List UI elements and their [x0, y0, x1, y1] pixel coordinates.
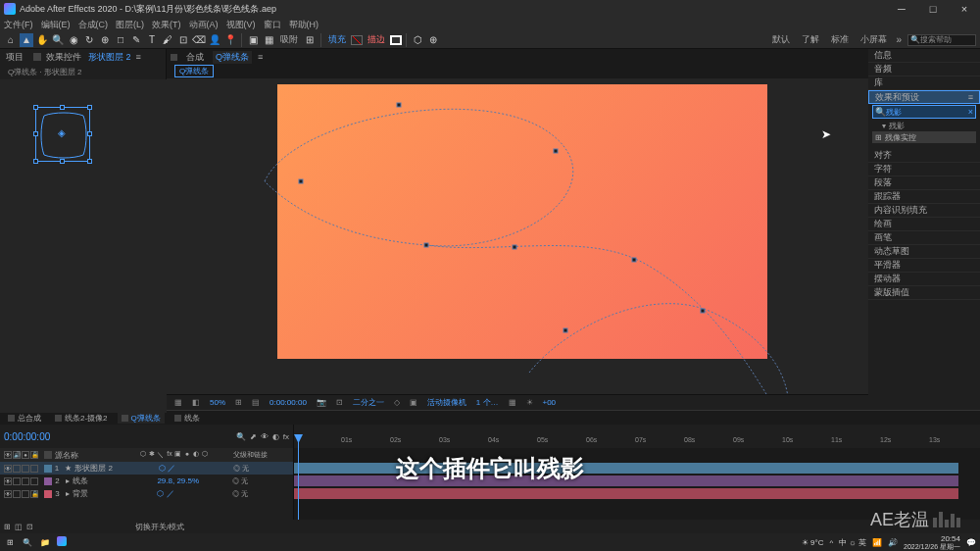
- minimize-button[interactable]: ─: [890, 3, 913, 15]
- tl-shy-icon[interactable]: 👁: [261, 432, 269, 441]
- close-button[interactable]: ×: [953, 3, 976, 15]
- tab-menu-icon[interactable]: ≡: [136, 52, 141, 62]
- tl-footer-icon2[interactable]: ◫: [15, 523, 23, 531]
- panel-paragraph[interactable]: 段落: [868, 176, 980, 190]
- panel-brush[interactable]: 画笔: [868, 231, 980, 245]
- orbit-tool[interactable]: ◉: [67, 33, 80, 47]
- windows-taskbar[interactable]: ⊞ 🔍 📁 ☀ 9°C ^ 中 ☼ 英 📶 🔊 20:54 2022/12/26…: [0, 533, 980, 551]
- ws-default[interactable]: 默认: [769, 33, 793, 46]
- menu-edit[interactable]: 编辑(E): [41, 19, 71, 31]
- comp-subtab[interactable]: Q弹线条: [174, 65, 214, 77]
- selection-tool[interactable]: ▲: [20, 33, 33, 47]
- notifications-icon[interactable]: 💬: [966, 538, 976, 547]
- comp-tab-name[interactable]: Q弹线条: [213, 51, 252, 64]
- tl-tab-3[interactable]: 线条: [171, 413, 204, 424]
- panel-align[interactable]: 对齐: [868, 149, 980, 163]
- col-source-name[interactable]: 源名称: [55, 450, 139, 461]
- tl-fx-icon[interactable]: fx: [283, 432, 289, 441]
- mode-1[interactable]: ▣: [246, 33, 260, 47]
- tl-graph-icon[interactable]: ⬈: [250, 432, 257, 441]
- panel-library[interactable]: 库: [868, 76, 980, 90]
- viewport[interactable]: ➤: [167, 78, 868, 394]
- ws-learn[interactable]: 了解: [799, 33, 822, 46]
- panel-wiggler[interactable]: 摆动器: [868, 273, 980, 286]
- bezier-mode[interactable]: ⬡: [411, 33, 424, 47]
- zoom-level[interactable]: 50%: [208, 398, 227, 407]
- anchor-point-icon[interactable]: [58, 129, 68, 139]
- vc-guides-icon[interactable]: ▤: [250, 398, 262, 407]
- type-tool[interactable]: T: [145, 33, 159, 47]
- effects-search[interactable]: 🔍 ×: [872, 105, 976, 119]
- eraser-tool[interactable]: ⌫: [192, 33, 206, 47]
- clear-search-icon[interactable]: ×: [968, 107, 973, 117]
- effect-group[interactable]: ▾残影: [868, 120, 980, 131]
- time-ruler[interactable]: 01s 02s 03s 04s 05s 06s 07s 08s 09s 10s …: [294, 425, 980, 448]
- layer-row-1[interactable]: 👁 1 ★ 形状图层 2 ⬡ ／ ◎ 无: [0, 462, 293, 475]
- tray-chevron-icon[interactable]: ^: [829, 538, 833, 547]
- help-search[interactable]: 🔍 搜索帮助: [907, 34, 976, 46]
- panel-info[interactable]: 信息: [868, 49, 980, 63]
- rotate-tool[interactable]: ↻: [82, 33, 96, 47]
- tl-footer-icon3[interactable]: ⊡: [26, 523, 33, 531]
- vc-mask-icon[interactable]: ▣: [408, 398, 419, 407]
- vc-draft-icon[interactable]: ▦: [507, 398, 518, 407]
- panel-menu-icon[interactable]: ≡: [968, 92, 973, 102]
- stroke-swatch[interactable]: [390, 35, 402, 45]
- stamp-tool[interactable]: ⊡: [176, 33, 190, 47]
- tl-tab-0[interactable]: 总合成: [4, 413, 45, 424]
- shape-bounding-box[interactable]: [35, 107, 90, 162]
- taskbar-app-icon[interactable]: [57, 536, 67, 546]
- panel-character[interactable]: 字符: [868, 163, 980, 176]
- ws-more[interactable]: »: [896, 34, 902, 45]
- panel-content-aware[interactable]: 内容识别填充: [868, 204, 980, 218]
- vc-grid-icon[interactable]: ⊞: [233, 398, 244, 407]
- vc-channel-icon[interactable]: ◧: [190, 398, 202, 407]
- menu-effect[interactable]: 效果(T): [152, 19, 181, 31]
- comp-tab-prefix[interactable]: 合成: [183, 51, 207, 64]
- menu-help[interactable]: 帮助(H): [289, 19, 319, 31]
- menu-file[interactable]: 文件(F): [4, 19, 33, 31]
- taskbar-explorer-icon[interactable]: 📁: [39, 536, 51, 548]
- fill-swatch[interactable]: [351, 35, 363, 45]
- vc-resolution[interactable]: 二分之一: [351, 397, 386, 408]
- tl-search-icon[interactable]: 🔍: [236, 432, 246, 441]
- maximize-button[interactable]: □: [921, 3, 945, 15]
- weather-widget[interactable]: ☀ 9°C: [802, 538, 824, 547]
- vc-px[interactable]: +00: [541, 398, 559, 407]
- menu-animation[interactable]: 动画(A): [189, 19, 219, 31]
- effect-item[interactable]: ⊞ 残像实控: [872, 131, 976, 143]
- tab-project[interactable]: 项目: [4, 51, 25, 64]
- tab-effect-controls-prefix[interactable]: 效果控件: [44, 51, 83, 64]
- tl-tab-2[interactable]: Q弹线条: [118, 413, 165, 424]
- col-eye-icon[interactable]: 👁: [4, 451, 12, 459]
- menu-layer[interactable]: 图层(L): [116, 19, 144, 31]
- vc-snapshot-icon[interactable]: 📷: [315, 398, 328, 407]
- panel-motion-sketch[interactable]: 动态草图: [868, 245, 980, 259]
- menu-composition[interactable]: 合成(C): [78, 19, 109, 31]
- pen-tool[interactable]: ✎: [129, 33, 143, 47]
- ws-standard[interactable]: 标准: [828, 33, 852, 46]
- panel-tracker[interactable]: 跟踪器: [868, 190, 980, 204]
- volume-icon[interactable]: 🔊: [888, 538, 898, 547]
- start-button[interactable]: ⊞: [4, 536, 16, 548]
- wifi-icon[interactable]: 📶: [872, 538, 882, 547]
- ws-small[interactable]: 小屏幕: [858, 33, 890, 46]
- tl-draft-icon[interactable]: ◐: [272, 432, 279, 441]
- timeline-timecode[interactable]: 0:00:00:00: [4, 431, 50, 442]
- taskbar-search-icon[interactable]: 🔍: [22, 536, 33, 548]
- vc-views[interactable]: 1 个…: [474, 397, 501, 408]
- col-lock-icon[interactable]: 🔒: [30, 451, 38, 459]
- home-tool[interactable]: ⌂: [4, 33, 18, 47]
- panel-smoother[interactable]: 平滑器: [868, 259, 980, 273]
- mode-2[interactable]: ▦: [262, 33, 275, 47]
- col-parent[interactable]: 父级和链接: [233, 450, 289, 460]
- vc-3d-icon[interactable]: ◇: [392, 398, 402, 407]
- composition-canvas[interactable]: [277, 84, 767, 359]
- layer-preview[interactable]: [0, 79, 167, 413]
- panel-mask-interp[interactable]: 蒙版插值: [868, 286, 980, 300]
- vc-exposure-icon[interactable]: ☀: [524, 398, 535, 407]
- ime-indicator[interactable]: 中 ☼ 英: [839, 537, 866, 548]
- menu-window[interactable]: 窗口: [264, 19, 281, 31]
- clock[interactable]: 20:54 2022/12/26 星期一: [904, 535, 960, 550]
- menu-view[interactable]: 视图(V): [226, 19, 256, 31]
